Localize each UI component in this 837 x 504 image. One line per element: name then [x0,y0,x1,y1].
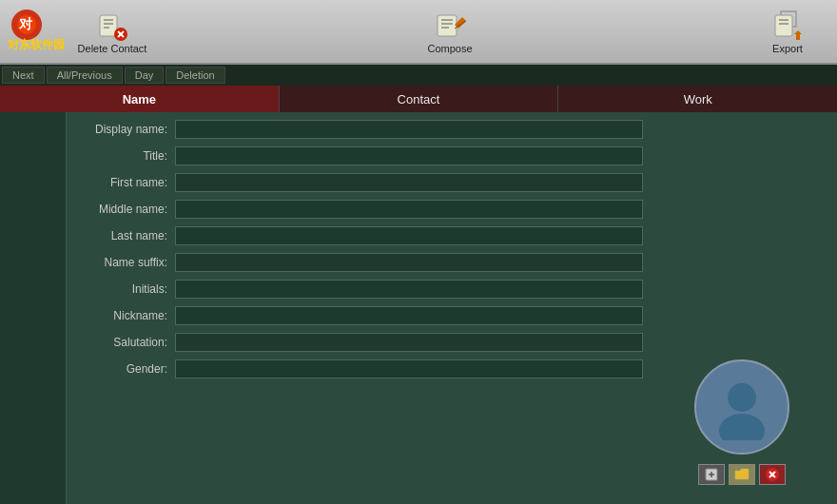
label-nickname: Nickname: [70,309,175,322]
photo-area [647,112,837,504]
label-last-name: Last name: [70,229,175,242]
nav-next-button[interactable]: Next [2,67,45,84]
svg-rect-16 [775,15,792,36]
avatar-icon [709,374,775,440]
form-row-first-name: First name: [70,171,643,194]
form-row-name-suffix: Name suffix: [70,251,643,274]
label-title: Title: [70,149,175,163]
input-nickname[interactable] [175,306,643,325]
tab-contact[interactable]: Contact [280,86,559,112]
folder-photo-icon [734,467,749,482]
input-salutation[interactable] [175,333,643,352]
tab-name[interactable]: Name [0,86,280,112]
input-first-name[interactable] [175,173,643,192]
form-row-last-name: Last name: [70,224,643,247]
new-photo-button[interactable] [698,464,725,485]
label-initials: Initials: [70,282,175,296]
export-label: Export [772,43,803,54]
label-salutation: Salutation: [70,336,175,349]
svg-point-20 [728,383,756,412]
tab-work[interactable]: Work [558,86,837,112]
input-name-suffix[interactable] [175,253,643,272]
compose-label: Compose [427,43,472,54]
svg-point-21 [719,414,765,440]
label-first-name: First name: [70,176,175,189]
form-row-middle-name: Middle name: [70,198,643,221]
nav-deletion-button[interactable]: Deletion [165,67,224,84]
delete-photo-icon [765,467,780,482]
delete-contact-label: Delete Contact [78,43,147,54]
compose-icon [433,9,467,43]
folder-photo-button[interactable] [729,464,755,485]
export-icon [770,9,805,43]
delete-photo-button[interactable] [759,464,786,485]
input-initials[interactable] [175,280,643,299]
nav-bar: Next All/Previous Day Deletion [0,65,837,86]
export-button[interactable]: Export [749,4,826,59]
form-area: Display name: Title: First name: Middle … [67,112,647,504]
input-display-name[interactable] [175,120,643,139]
new-photo-icon [704,467,719,482]
label-middle-name: Middle name: [70,203,175,216]
avatar [694,359,789,455]
input-title[interactable] [175,146,643,165]
nav-day-button[interactable]: Day [125,67,165,84]
toolbar: 对 对东软件园 Delete Contact [0,0,837,65]
svg-text:对: 对 [18,16,33,31]
form-row-display-name: Display name: [70,118,643,141]
logo-text: 对东软件园 [8,37,65,53]
form-row-nickname: Nickname: [70,304,643,327]
delete-contact-icon [95,9,129,43]
form-row-initials: Initials: [70,278,643,300]
app-logo: 对 对东软件园 [8,8,65,55]
form-row-title: Title: [70,145,643,167]
input-gender[interactable] [175,359,643,378]
photo-buttons [698,464,786,485]
main-content: Display name: Title: First name: Middle … [0,112,837,504]
svg-rect-10 [438,15,457,36]
svg-marker-19 [794,30,802,40]
label-gender: Gender: [70,362,175,376]
form-row-salutation: Salutation: [70,331,643,354]
label-name-suffix: Name suffix: [70,256,175,269]
compose-button[interactable]: Compose [412,4,488,59]
left-sidebar [0,112,67,504]
label-display-name: Display name: [70,123,175,136]
tabs: Name Contact Work [0,86,837,112]
nav-all-previous-button[interactable]: All/Previous [47,67,123,84]
form-row-gender: Gender: [70,358,643,380]
delete-contact-button[interactable]: Delete Contact [74,4,150,59]
input-last-name[interactable] [175,226,643,245]
input-middle-name[interactable] [175,200,643,219]
